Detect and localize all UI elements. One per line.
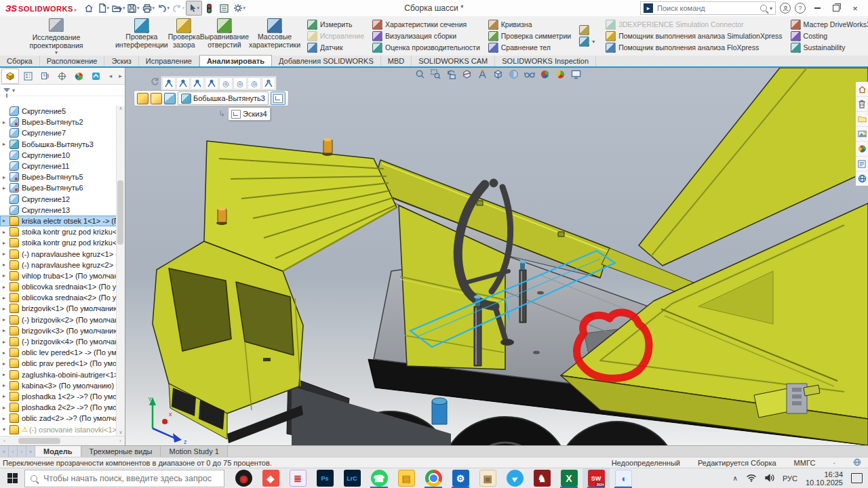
home-button[interactable]	[81, 1, 96, 15]
tree-item-27[interactable]: ▸ploshadka 2<2> ->? (По умол	[0, 402, 125, 413]
taskbar-dark-red-app[interactable]: ♞	[528, 468, 555, 488]
dimxpert-manager-tab[interactable]	[54, 69, 70, 83]
command-tab-raspolozhenie[interactable]: Расположение	[40, 56, 105, 66]
filter-funnel-icon[interactable]	[3, 88, 10, 92]
interference-check-button[interactable]: Проверкаинтерференции	[115, 16, 168, 56]
tree-expander-icon[interactable]: ▾	[3, 426, 9, 432]
mate-concentric-button[interactable]: ◎	[219, 77, 233, 89]
tree-item-7[interactable]: ▸Вырез-Вытянуть6	[0, 182, 125, 193]
taskbar-clock[interactable]: 16:34 10.10.2025	[806, 470, 843, 487]
zoom-fit-icon[interactable]	[414, 68, 427, 80]
command-tab-sborka[interactable]: Сборка	[0, 56, 40, 66]
costing-button[interactable]: Costing	[789, 30, 868, 41]
tree-expander-icon[interactable]: ▸	[3, 317, 9, 323]
user-account-icon[interactable]	[780, 3, 791, 14]
floxpress-wizard-button[interactable]: Помощник выполнения анализа FloXpress	[604, 42, 784, 53]
tree-expander-icon[interactable]: ▸	[3, 371, 9, 378]
apply-scene-icon[interactable]	[554, 68, 567, 80]
tree-expander-icon[interactable]: ▸	[3, 405, 9, 411]
tree-expander-icon[interactable]: ▸	[3, 218, 9, 224]
tree-item-15[interactable]: ▸vihlop truba<1> (По умолчан	[0, 270, 125, 281]
view-orientation-icon[interactable]	[492, 68, 505, 80]
part-icon[interactable]	[151, 93, 162, 104]
options-list-button[interactable]	[217, 1, 232, 15]
tree-expander-icon[interactable]: ▸	[3, 284, 9, 290]
model-tab-1[interactable]: Трехмерные виды	[81, 446, 161, 457]
tree-expander-icon[interactable]: ▸	[3, 141, 9, 147]
tree-item-2[interactable]: Скругление7	[0, 127, 125, 138]
edit-appearance-icon[interactable]	[538, 68, 551, 80]
tree-item-25[interactable]: ▸kabina<3> (По умолчанию) -	[0, 380, 125, 391]
assembly-icon[interactable]	[137, 93, 149, 104]
display-style-icon[interactable]	[507, 68, 520, 80]
tree-item-5[interactable]: Скругление11	[0, 161, 125, 171]
symmetry-check-button[interactable]: Проверка симметрии	[486, 30, 573, 41]
dropdown-icon[interactable]: ▾	[153, 5, 155, 11]
tree-expander-icon[interactable]: ▸	[3, 240, 9, 246]
model-tab-2[interactable]: Motion Study 1	[161, 446, 227, 457]
tree-vertical-scrollbar[interactable]: ∧ ∨	[116, 106, 125, 436]
taskbar-red-diamond-app[interactable]: ◆	[257, 468, 284, 488]
action-center-icon[interactable]	[851, 473, 863, 483]
section-properties-button[interactable]: Характеристики сечения	[370, 19, 482, 30]
tree-item-3[interactable]: ▸Бобышка-Вытянуть3	[0, 139, 125, 150]
command-tab-mbd[interactable]: MBD	[381, 56, 412, 66]
wifi-icon[interactable]	[746, 474, 757, 483]
3dexperience-simulation-connector-button[interactable]: 3DEXPERIENCE Simulation Connector	[604, 19, 784, 30]
3dexperience-icon[interactable]	[856, 171, 868, 186]
panel-tabs-back-icon[interactable]: ◂	[108, 73, 114, 79]
command-tab-solidworks-inspection[interactable]: SOLIDWORKS Inspection	[495, 56, 596, 66]
toolbar-more-icon[interactable]: ▸	[268, 78, 271, 85]
tree-expander-icon[interactable]: ▸	[3, 361, 9, 367]
undo-button[interactable]: ▾	[156, 1, 171, 15]
curvature-button[interactable]: Кривизна	[486, 19, 573, 30]
menu-expand-arrow-icon[interactable]: ▸	[75, 7, 77, 13]
tree-expander-icon[interactable]: ▸	[3, 350, 9, 356]
sheet-nav-icon-3[interactable]: »	[26, 446, 35, 457]
scrollbar-thumb[interactable]	[18, 438, 60, 444]
property-manager-tab[interactable]	[20, 69, 36, 83]
tree-expander-icon[interactable]: ▸	[3, 229, 9, 235]
taskbar-photos-app[interactable]: ▣	[474, 468, 501, 488]
tree-item-1[interactable]: ▸Вырез-Вытянуть2	[0, 117, 125, 127]
taskbar-notes-app[interactable]: ≣	[284, 468, 311, 488]
open-document-button[interactable]: ▾	[111, 1, 126, 15]
design-library-icon[interactable]	[856, 97, 868, 112]
tree-item-10[interactable]: ▸kriska electr otsek 1<1> -> (П	[0, 216, 125, 226]
units-bullet-icon[interactable]: ·	[833, 459, 835, 467]
markup-icon-button[interactable]	[577, 25, 597, 36]
taskbar-excel[interactable]: X	[555, 468, 583, 488]
dropdown-icon[interactable]: ▾	[167, 5, 170, 11]
taskbar-dark-red-circle-app[interactable]: ◉	[230, 468, 257, 488]
tree-expander-icon[interactable]: ▸	[3, 295, 9, 301]
mass-properties-button[interactable]: Массовыехарактеристики	[249, 16, 300, 56]
tree-expander-icon[interactable]: ▸	[3, 262, 9, 268]
scrollbar-thumb[interactable]	[117, 180, 123, 245]
tree-item-16[interactable]: ▸oblicovka srednaia<1> (По ум	[0, 281, 125, 292]
solid-body-icon[interactable]	[164, 93, 176, 104]
compare-dropdown-button[interactable]: ▾	[577, 37, 597, 47]
view-settings-icon[interactable]	[570, 68, 583, 80]
taskbar-lightroom-classic[interactable]: LrC	[338, 468, 366, 488]
close-button[interactable]: ×	[848, 2, 863, 14]
graphics-viewport-3d[interactable]: Y z x	[125, 68, 868, 445]
tree-item-14[interactable]: ▸(-) napravlaushee kgruz<2> (Г	[0, 260, 125, 270]
tree-item-8[interactable]: Скругление12	[0, 194, 125, 205]
mate-angle-button[interactable]	[191, 77, 204, 89]
hidden-icons-chevron[interactable]: ∧	[733, 474, 738, 482]
taskbar-solidworks[interactable]: SW2024	[583, 468, 610, 488]
tree-expander-icon[interactable]: ▸	[3, 382, 9, 388]
taskbar-search-input[interactable]	[42, 473, 218, 484]
dropdown-icon[interactable]: ▾	[55, 49, 58, 56]
sensor-button[interactable]: Датчик	[305, 42, 366, 53]
search-icon[interactable]	[760, 5, 767, 12]
tree-item-21[interactable]: ▸(-) brizgovik<4> (По умолчан	[0, 336, 125, 347]
tree-item-13[interactable]: ▸(-) napravlaushee kgruz<1> (Г	[0, 248, 125, 259]
settings-gear-button[interactable]: ▾	[232, 1, 247, 15]
tree-item-20[interactable]: ▸brizgovik<3> (По умолчанию	[0, 325, 125, 336]
refresh-icon[interactable]	[151, 77, 159, 87]
dropdown-icon[interactable]: ▾	[107, 5, 110, 11]
minimize-button[interactable]	[810, 2, 825, 14]
command-search-input[interactable]	[656, 3, 757, 13]
tree-expander-icon[interactable]: ▸	[3, 415, 9, 422]
